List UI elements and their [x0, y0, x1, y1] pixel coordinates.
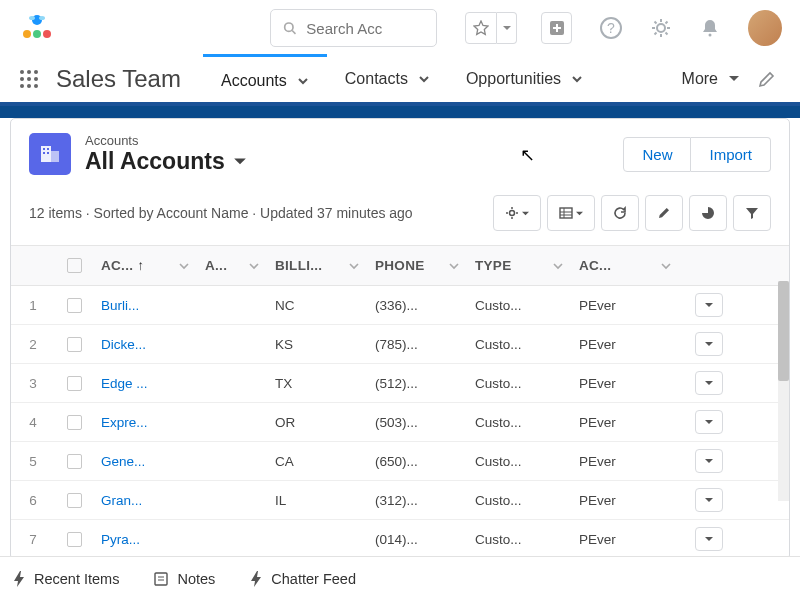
svg-point-28: [510, 211, 515, 216]
notifications-button[interactable]: [700, 18, 720, 38]
svg-text:?: ?: [607, 20, 615, 36]
svg-point-18: [34, 77, 38, 81]
gear-icon: [650, 17, 672, 39]
caret-down-icon: [705, 301, 713, 309]
cell-state: [267, 527, 367, 551]
nav-opportunities[interactable]: Opportunities: [448, 54, 601, 104]
inline-edit-button[interactable]: [645, 195, 683, 231]
svg-point-14: [27, 70, 31, 74]
row-num: 4: [11, 403, 55, 442]
user-avatar[interactable]: [748, 10, 782, 46]
chatter-feed-button[interactable]: Chatter Feed: [249, 570, 356, 588]
edit-nav-button[interactable]: [758, 70, 776, 88]
nav-label: Accounts: [221, 72, 287, 90]
account-link[interactable]: Pyra...: [101, 532, 140, 547]
account-link[interactable]: Dicke...: [101, 337, 146, 352]
col-account-name2[interactable]: A...: [197, 246, 267, 285]
list-view-title[interactable]: All Accounts: [85, 148, 247, 175]
new-button[interactable]: New: [623, 137, 691, 172]
table-icon: [559, 206, 573, 220]
svg-point-16: [20, 77, 24, 81]
list-controls-button[interactable]: [493, 195, 541, 231]
global-search[interactable]: [270, 9, 437, 47]
search-input[interactable]: [306, 20, 424, 37]
row-actions-button[interactable]: [695, 332, 723, 356]
svg-rect-33: [155, 573, 167, 585]
svg-rect-23: [51, 151, 59, 162]
chevron-down-icon: [297, 75, 309, 87]
help-button[interactable]: ?: [600, 17, 622, 39]
col-account-name[interactable]: AC...↑: [93, 246, 197, 285]
select-all-checkbox[interactable]: [67, 258, 82, 273]
favorite-dropdown[interactable]: [497, 12, 517, 44]
svg-rect-29: [560, 208, 572, 218]
salesforce-logo[interactable]: [18, 8, 56, 48]
svg-point-20: [27, 84, 31, 88]
table-row: 5Gene...CA(650)...Custo...PEver: [11, 442, 789, 481]
row-checkbox[interactable]: [67, 454, 82, 469]
recent-items-button[interactable]: Recent Items: [12, 570, 119, 588]
chevron-down-icon: [179, 261, 189, 271]
nav-contacts[interactable]: Contacts: [327, 54, 448, 104]
row-checkbox[interactable]: [67, 298, 82, 313]
cell-phone: (312)...: [367, 481, 467, 520]
cell-owner: PEver: [571, 442, 679, 481]
accounts-entity-icon: [29, 133, 71, 175]
display-button[interactable]: [547, 195, 595, 231]
account-link[interactable]: Expre...: [101, 415, 148, 430]
building-icon: [38, 142, 62, 166]
table-row: 7Pyra...(014)...Custo...PEver: [11, 520, 789, 559]
pie-icon: [701, 206, 715, 220]
cell-phone: (336)...: [367, 286, 467, 325]
import-button[interactable]: Import: [691, 137, 771, 172]
chart-button[interactable]: [689, 195, 727, 231]
account-link[interactable]: Gran...: [101, 493, 142, 508]
table-row: 3Edge ...TX(512)...Custo...PEver: [11, 364, 789, 403]
col-type[interactable]: TYPE: [467, 246, 571, 285]
notes-button[interactable]: Notes: [153, 571, 215, 587]
svg-point-19: [20, 84, 24, 88]
filter-button[interactable]: [733, 195, 771, 231]
caret-down-icon: [522, 210, 529, 217]
row-actions-button[interactable]: [695, 527, 723, 551]
row-checkbox[interactable]: [67, 337, 82, 352]
row-actions-button[interactable]: [695, 488, 723, 512]
cell-state: TX: [267, 364, 367, 403]
svg-point-1: [33, 30, 41, 38]
col-owner[interactable]: AC...: [571, 246, 679, 285]
table-row: 6Gran...IL(312)...Custo...PEver: [11, 481, 789, 520]
app-launcher[interactable]: [18, 68, 40, 90]
row-actions-button[interactable]: [695, 410, 723, 434]
row-checkbox[interactable]: [67, 493, 82, 508]
nav-more[interactable]: More: [664, 54, 758, 104]
account-link[interactable]: Edge ...: [101, 376, 148, 391]
chevron-down-icon: [418, 73, 430, 85]
row-checkbox[interactable]: [67, 532, 82, 547]
row-actions-button[interactable]: [695, 449, 723, 473]
row-checkbox[interactable]: [67, 376, 82, 391]
col-billing-state[interactable]: BILLI...: [267, 246, 367, 285]
setup-button[interactable]: [650, 17, 672, 39]
svg-point-5: [39, 16, 45, 20]
account-link[interactable]: Burli...: [101, 298, 139, 313]
row-checkbox[interactable]: [67, 415, 82, 430]
scrollbar[interactable]: [778, 281, 789, 501]
refresh-button[interactable]: [601, 195, 639, 231]
row-actions-button[interactable]: [695, 293, 723, 317]
col-phone[interactable]: PHONE: [367, 246, 467, 285]
nav-accounts[interactable]: Accounts: [203, 54, 327, 104]
caret-down-icon: [705, 496, 713, 504]
row-num: 6: [11, 481, 55, 520]
account-link[interactable]: Gene...: [101, 454, 145, 469]
row-num: 3: [11, 364, 55, 403]
waffle-icon: [18, 68, 40, 90]
scrollbar-thumb[interactable]: [778, 281, 789, 381]
cell-state: KS: [267, 325, 367, 364]
favorite-button[interactable]: [465, 12, 497, 44]
svg-point-2: [43, 30, 51, 38]
cell-owner: PEver: [571, 481, 679, 520]
row-num: 1: [11, 286, 55, 325]
table-row: 2Dicke...KS(785)...Custo...PEver: [11, 325, 789, 364]
row-actions-button[interactable]: [695, 371, 723, 395]
add-button[interactable]: [541, 12, 571, 44]
